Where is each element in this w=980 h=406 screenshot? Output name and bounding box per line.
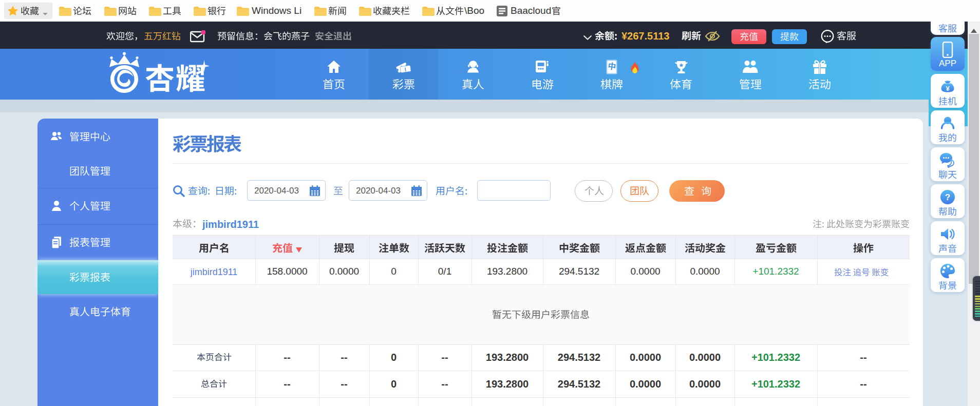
svg-text:?: ?: [945, 192, 950, 202]
svg-text:¥: ¥: [946, 85, 950, 92]
